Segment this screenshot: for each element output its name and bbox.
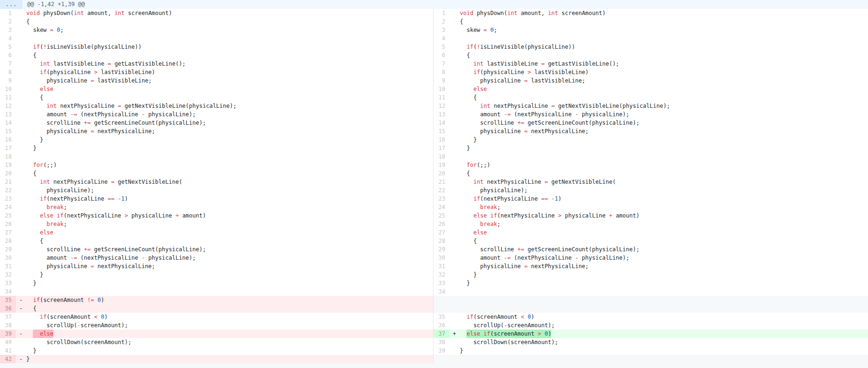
old-line-number[interactable]: 38 xyxy=(0,321,16,330)
old-code-line: } xyxy=(16,270,433,279)
new-line-number[interactable]: 9 xyxy=(433,76,449,85)
old-line-number[interactable]: 7 xyxy=(0,60,16,68)
new-line-number[interactable]: 2 xyxy=(433,17,449,26)
new-line-number[interactable]: 39 xyxy=(433,346,449,355)
new-line-number[interactable]: 10 xyxy=(433,85,449,93)
old-line-number[interactable]: 12 xyxy=(0,102,16,110)
old-line-number[interactable]: 27 xyxy=(0,228,16,237)
old-code-line: } xyxy=(16,346,433,355)
old-line-number[interactable]: 31 xyxy=(0,262,16,270)
old-line-number[interactable]: 36 xyxy=(0,304,16,313)
diff-row: 20 {20 { xyxy=(0,169,868,178)
old-line-number[interactable]: 41 xyxy=(0,346,16,355)
old-line-number[interactable]: 22 xyxy=(0,186,16,195)
new-line-number[interactable]: 21 xyxy=(433,178,449,186)
old-line-number[interactable]: 1 xyxy=(0,9,16,17)
old-line-number[interactable]: 33 xyxy=(0,279,16,287)
old-line-number[interactable]: 10 xyxy=(0,85,16,93)
new-line-number[interactable]: 25 xyxy=(433,211,449,220)
old-line-number[interactable]: 34 xyxy=(0,287,16,296)
new-line-number[interactable]: 1 xyxy=(433,9,449,17)
new-line-number[interactable]: 4 xyxy=(433,34,449,43)
old-line-number[interactable]: 23 xyxy=(0,195,16,203)
new-line-number[interactable]: 15 xyxy=(433,127,449,135)
old-line-number[interactable]: 42 xyxy=(0,355,16,363)
new-line-number[interactable]: 24 xyxy=(433,203,449,211)
diff-row: 29 scrollLine += getScreenLineCount(phys… xyxy=(0,245,868,254)
new-line-number[interactable]: 12 xyxy=(433,102,449,110)
old-line-number[interactable]: 11 xyxy=(0,93,16,102)
new-code-line: int lastVisibleLine = getLastVisibleLine… xyxy=(449,60,868,68)
new-code-line: + else if(screenAmount > 0) xyxy=(449,330,868,338)
new-line-number[interactable]: 34 xyxy=(433,287,449,296)
new-line-number[interactable]: 11 xyxy=(433,93,449,102)
diff-row: 13 amount -= (nextPhysicalLine - physica… xyxy=(0,110,868,119)
old-code-line: break; xyxy=(16,203,433,211)
new-line-number[interactable]: 29 xyxy=(433,245,449,254)
new-line-number[interactable]: 13 xyxy=(433,110,449,119)
old-line-number[interactable]: 8 xyxy=(0,68,16,76)
expand-hunk-button[interactable]: ... xyxy=(0,0,23,9)
old-line-number[interactable]: 17 xyxy=(0,144,16,152)
new-line-number[interactable]: 23 xyxy=(433,195,449,203)
new-line-number[interactable]: 26 xyxy=(433,220,449,228)
old-line-number[interactable]: 16 xyxy=(0,135,16,144)
new-line-number[interactable]: 16 xyxy=(433,135,449,144)
old-code-line xyxy=(16,287,433,296)
new-line-number[interactable]: 20 xyxy=(433,169,449,178)
old-code-line: int nextPhysicalLine = getNextVisibleLin… xyxy=(16,178,433,186)
new-line-number[interactable]: 38 xyxy=(433,338,449,346)
old-line-number[interactable]: 15 xyxy=(0,127,16,135)
new-line-number[interactable]: 17 xyxy=(433,144,449,152)
old-line-number[interactable]: 30 xyxy=(0,254,16,262)
old-line-number[interactable]: 18 xyxy=(0,152,16,161)
old-line-number[interactable]: 20 xyxy=(0,169,16,178)
old-line-number[interactable]: 5 xyxy=(0,43,16,51)
new-line-number[interactable]: 27 xyxy=(433,228,449,237)
old-code-line: scrollLine += getScreenLineCount(physica… xyxy=(16,245,433,254)
old-code-line: physicalLine); xyxy=(16,186,433,195)
old-line-number[interactable]: 13 xyxy=(0,110,16,119)
old-line-number[interactable]: 28 xyxy=(0,237,16,245)
old-line-number[interactable]: 6 xyxy=(0,51,16,60)
new-line-number[interactable]: 14 xyxy=(433,119,449,127)
old-line-number[interactable]: 21 xyxy=(0,178,16,186)
new-code-line: } xyxy=(449,144,868,152)
new-line-number[interactable]: 18 xyxy=(433,152,449,161)
new-line-number[interactable]: 33 xyxy=(433,279,449,287)
old-line-number[interactable]: 19 xyxy=(0,161,16,169)
old-line-number[interactable]: 29 xyxy=(0,245,16,254)
new-line-number[interactable]: 5 xyxy=(433,43,449,51)
new-line-number[interactable]: 36 xyxy=(433,321,449,330)
new-line-number[interactable]: 8 xyxy=(433,68,449,76)
old-line-number[interactable]: 4 xyxy=(0,34,16,43)
old-line-number[interactable]: 25 xyxy=(0,211,16,220)
old-line-number[interactable]: 37 xyxy=(0,313,16,321)
new-line-number[interactable]: 32 xyxy=(433,270,449,279)
new-line-number[interactable]: 28 xyxy=(433,237,449,245)
old-line-number[interactable]: 35 xyxy=(0,296,16,304)
old-line-number[interactable]: 32 xyxy=(0,270,16,279)
old-line-number[interactable]: 40 xyxy=(0,338,16,346)
split-diff-view: ... @@ -1,42 +1,39 @@ 1void physDown(int… xyxy=(0,0,868,368)
old-line-number[interactable]: 2 xyxy=(0,17,16,26)
new-line-number[interactable]: 35 xyxy=(433,313,449,321)
new-line-number[interactable]: 6 xyxy=(433,51,449,60)
new-line-number[interactable]: 37 xyxy=(433,330,449,338)
old-line-number[interactable]: 24 xyxy=(0,203,16,211)
old-line-number[interactable]: 3 xyxy=(0,26,16,34)
old-line-number[interactable]: 26 xyxy=(0,220,16,228)
new-code-line: else xyxy=(449,85,868,93)
new-code-line: int nextPhysicalLine = getNextVisibleLin… xyxy=(449,102,868,110)
new-line-number[interactable]: 3 xyxy=(433,26,449,34)
old-line-number[interactable]: 39 xyxy=(0,330,16,338)
new-line-number[interactable]: 30 xyxy=(433,254,449,262)
diff-row: 27 else27 else xyxy=(0,228,868,237)
new-line-number[interactable]: 19 xyxy=(433,161,449,169)
old-line-number[interactable]: 9 xyxy=(0,76,16,85)
new-line-number[interactable]: 31 xyxy=(433,262,449,270)
old-line-number[interactable]: 14 xyxy=(0,119,16,127)
new-line-number[interactable]: 7 xyxy=(433,60,449,68)
new-code-line xyxy=(449,355,868,363)
new-line-number[interactable]: 22 xyxy=(433,186,449,195)
